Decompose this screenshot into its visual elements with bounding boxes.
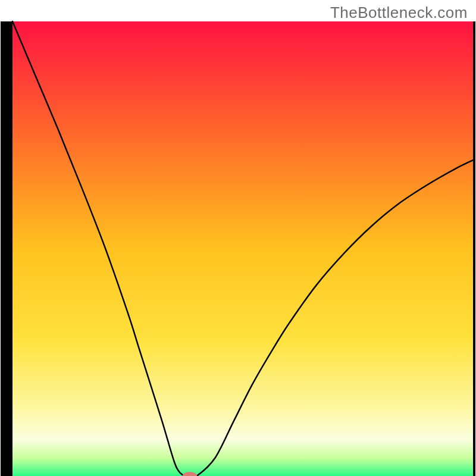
watermark-text: TheBottleneck.com: [330, 4, 468, 22]
bottleneck-chart: [0, 0, 476, 476]
chart-container: TheBottleneck.com: [0, 0, 476, 476]
plot-background: [12, 21, 473, 476]
frame-right: [473, 21, 475, 476]
frame-left: [1, 21, 12, 476]
